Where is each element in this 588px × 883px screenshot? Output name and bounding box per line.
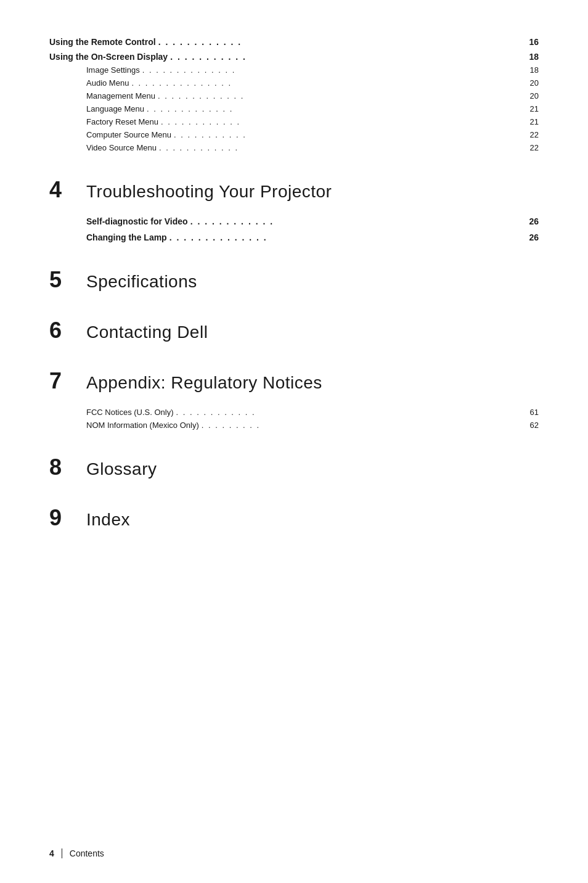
entry-dots: . . . . . . . . . . . .	[161, 117, 521, 126]
entry-label: Self-diagnostic for Video	[86, 216, 188, 226]
entry-dots: . . . . . . . . . . . .	[159, 143, 521, 152]
chapter-5-number: 5	[49, 267, 86, 293]
entry-dots: . . . . . . . . . . .	[174, 130, 521, 139]
toc-entry-audio-menu: Audio Menu . . . . . . . . . . . . . . .…	[49, 78, 539, 88]
entry-page: 26	[524, 216, 539, 226]
toc-entry-remote-control: Using the Remote Control . . . . . . . .…	[49, 37, 539, 47]
entry-page: 18	[524, 65, 539, 75]
entry-page: 18	[524, 52, 539, 62]
toc-entry-video-source-menu: Video Source Menu . . . . . . . . . . . …	[49, 143, 539, 152]
toc-entry-fcc-notices: FCC Notices (U.S. Only) . . . . . . . . …	[49, 408, 539, 417]
toc-entry-language-menu: Language Menu . . . . . . . . . . . . . …	[49, 104, 539, 113]
entry-page: 22	[524, 130, 539, 139]
chapter-5-title: Specifications	[86, 272, 197, 292]
chapter-7-title: Appendix: Regulatory Notices	[86, 373, 322, 393]
entry-label: NOM Information (Mexico Only)	[86, 421, 199, 430]
entry-page: 22	[524, 143, 539, 152]
chapter-5-heading: 5 Specifications	[49, 267, 539, 293]
entry-dots: . . . . . . . . . . . .	[176, 408, 521, 417]
entry-label: Video Source Menu	[86, 143, 157, 152]
entry-dots: . . . . . . . . . . . . .	[158, 91, 521, 101]
footer-divider-icon	[62, 848, 62, 858]
entry-page: 16	[524, 37, 539, 47]
chapter-9-heading: 9 Index	[49, 505, 539, 531]
entry-label: FCC Notices (U.S. Only)	[86, 408, 174, 417]
toc-entry-image-settings: Image Settings . . . . . . . . . . . . .…	[49, 65, 539, 75]
chapter-7-number: 7	[49, 368, 86, 394]
chapter-6-heading: 6 Contacting Dell	[49, 318, 539, 343]
chapter-6-number: 6	[49, 318, 86, 343]
chapter-9-title: Index	[86, 510, 130, 530]
toc-entry-changing-lamp: Changing the Lamp . . . . . . . . . . . …	[49, 232, 539, 242]
footer: 4 Contents	[49, 848, 104, 858]
toc-entry-computer-source-menu: Computer Source Menu . . . . . . . . . .…	[49, 130, 539, 139]
entry-label: Audio Menu	[86, 78, 129, 88]
toc-entry-on-screen-display: Using the On-Screen Display . . . . . . …	[49, 52, 539, 62]
chapter-7-entries: FCC Notices (U.S. Only) . . . . . . . . …	[49, 408, 539, 430]
entry-page: 20	[524, 91, 539, 101]
entry-page: 62	[524, 421, 539, 430]
entry-label: Using the On-Screen Display	[49, 52, 168, 62]
chapter-4-number: 4	[49, 177, 86, 203]
entry-dots: . . . . . . . . . . . . . .	[142, 65, 521, 75]
chapter-4-heading: 4 Troubleshooting Your Projector	[49, 177, 539, 203]
toc-entry-factory-reset-menu: Factory Reset Menu . . . . . . . . . . .…	[49, 117, 539, 126]
entry-label: Image Settings	[86, 65, 140, 75]
entry-label: Management Menu	[86, 91, 155, 101]
chapter-8-title: Glossary	[86, 459, 157, 479]
entry-label: Language Menu	[86, 104, 144, 113]
entry-label: Changing the Lamp	[86, 232, 167, 242]
entry-dots: . . . . . . . . . . . . . . .	[131, 78, 521, 88]
entry-dots: . . . . . . . . . . .	[170, 52, 521, 62]
page: Using the Remote Control . . . . . . . .…	[0, 0, 588, 883]
entry-label: Using the Remote Control	[49, 37, 156, 47]
footer-label: Contents	[70, 848, 104, 858]
entry-label: Computer Source Menu	[86, 130, 171, 139]
toc-entry-self-diagnostic: Self-diagnostic for Video . . . . . . . …	[49, 216, 539, 226]
toc-entry-nom-information: NOM Information (Mexico Only) . . . . . …	[49, 421, 539, 430]
entry-page: 20	[524, 78, 539, 88]
chapter-9-number: 9	[49, 505, 86, 531]
entry-dots: . . . . . . . . .	[202, 421, 521, 430]
toc-entry-management-menu: Management Menu . . . . . . . . . . . . …	[49, 91, 539, 101]
entry-page: 21	[524, 104, 539, 113]
chapter-8-number: 8	[49, 454, 86, 480]
entry-dots: . . . . . . . . . . . .	[158, 37, 521, 47]
chapter-7-heading: 7 Appendix: Regulatory Notices	[49, 368, 539, 394]
entry-dots: . . . . . . . . . . . . .	[147, 104, 521, 113]
footer-page-number: 4	[49, 848, 54, 858]
chapter-8-heading: 8 Glossary	[49, 454, 539, 480]
entry-label: Factory Reset Menu	[86, 117, 158, 126]
initial-entries-group: Using the Remote Control . . . . . . . .…	[49, 37, 539, 152]
entry-dots: . . . . . . . . . . . .	[190, 216, 521, 226]
entry-page: 21	[524, 117, 539, 126]
entry-page: 61	[524, 408, 539, 417]
chapter-6-title: Contacting Dell	[86, 322, 208, 342]
chapter-4-title: Troubleshooting Your Projector	[86, 182, 332, 202]
chapter-4-entries: Self-diagnostic for Video . . . . . . . …	[49, 216, 539, 242]
entry-page: 26	[524, 232, 539, 242]
entry-dots: . . . . . . . . . . . . . .	[169, 232, 521, 242]
